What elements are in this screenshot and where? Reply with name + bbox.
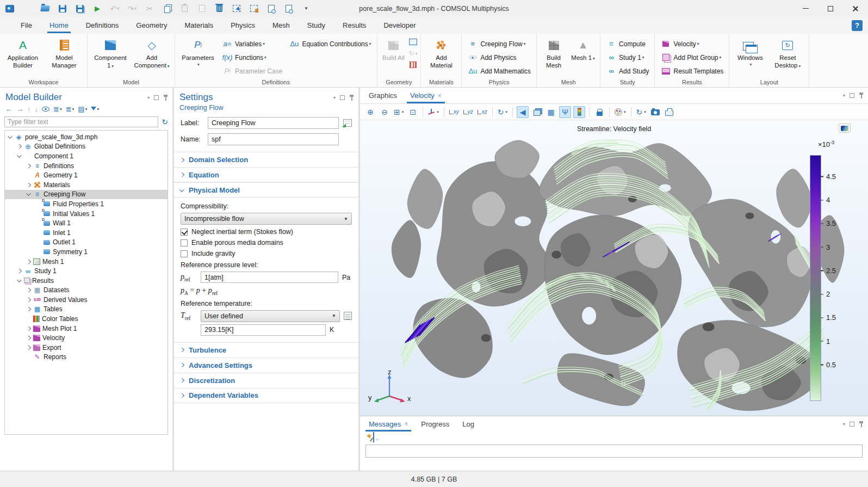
tree-filter-input[interactable]	[4, 116, 158, 127]
section-domain-selection[interactable]: Domain Selection	[174, 152, 358, 167]
collapse-all-button[interactable]: ≣▾	[53, 105, 62, 113]
tree-item-outlet-1[interactable]: Outlet 1	[5, 238, 168, 248]
float-panel-icon[interactable]	[154, 95, 159, 100]
windows-button[interactable]: Windows ▾	[733, 36, 767, 78]
add-study-button[interactable]: ∞ Add Study	[604, 64, 651, 78]
graphics-tab-velocity[interactable]: Velocity×	[404, 88, 448, 103]
maximize-button[interactable]	[818, 0, 843, 17]
zoom-out-button[interactable]: ⊖	[379, 106, 390, 118]
compressibility-select[interactable]: Incompressible flow ▼	[181, 213, 352, 225]
close-tab-icon[interactable]: ×	[438, 92, 442, 100]
grid-button[interactable]: ▦	[545, 106, 557, 118]
expand-all-button[interactable]: ≣▾	[66, 105, 75, 113]
expander-icon[interactable]	[16, 143, 23, 150]
menu-tab-file[interactable]: File	[12, 17, 41, 34]
new-file-button[interactable]	[21, 3, 35, 15]
tree-item-color-tables[interactable]: Color Tables	[5, 314, 168, 324]
plot-thumbnail-button[interactable]	[839, 124, 851, 133]
pin-panel-icon[interactable]	[349, 95, 354, 101]
add-physics-button[interactable]: Add Physics	[465, 51, 533, 64]
close-button[interactable]	[843, 0, 868, 17]
tree-item-symmetry-1[interactable]: Symmetry 1	[5, 247, 168, 257]
color-palette-button[interactable]: ▾	[613, 106, 627, 118]
graphics-canvas[interactable]: Streamline: Velocity field 4.543.532.521…	[360, 120, 868, 416]
tree-item-results[interactable]: Results	[5, 276, 168, 286]
menu-tab-physics[interactable]: Physics	[222, 17, 264, 34]
color-legend-button[interactable]	[573, 106, 585, 118]
reference-temperature-select[interactable]: User defined ▼	[201, 310, 340, 322]
expander-icon[interactable]	[26, 325, 32, 332]
tree-item-derived-values[interactable]: 8.85Derived Values	[5, 295, 168, 305]
tree-item-export[interactable]: Export	[5, 343, 168, 353]
view-yz-button[interactable]: yz	[462, 106, 474, 118]
tree-item-mesh-plot-1[interactable]: Mesh Plot 1	[5, 324, 168, 334]
view-xy-button[interactable]: xy	[448, 106, 460, 118]
filter-button[interactable]: ▾	[91, 105, 99, 113]
tree-item-wall-1[interactable]: Wall 1	[5, 218, 168, 228]
refresh-icon[interactable]: ↻	[162, 118, 168, 126]
panel-menu-icon[interactable]: ▾	[333, 95, 336, 100]
open-file-button[interactable]	[38, 3, 52, 15]
panel-menu-icon[interactable]: ▾	[843, 93, 845, 98]
tree-item-global-definitions[interactable]: ⊕Global Definitions	[5, 142, 168, 152]
snapshot-button[interactable]	[649, 106, 661, 118]
zoom-extents-button[interactable]: ⊡	[407, 106, 419, 118]
expander-icon[interactable]	[26, 297, 32, 303]
expander-icon[interactable]	[16, 268, 23, 274]
add-mathematics-button[interactable]: Δu Add Mathematics	[465, 64, 533, 78]
expander-icon[interactable]	[26, 163, 32, 169]
functions-button[interactable]: f(x) Functions ▾	[220, 51, 284, 64]
menu-tab-mesh[interactable]: Mesh	[264, 17, 299, 34]
equation-contributions-button[interactable]: Δu Equation Contributions ▾	[287, 37, 373, 51]
mesh-1-button[interactable]: ▲ Mesh 1▾	[569, 36, 597, 78]
scene-light-button[interactable]: ◀	[517, 106, 529, 118]
show-options-button[interactable]	[42, 107, 49, 112]
messages-output-field[interactable]	[365, 445, 863, 458]
temperature-input[interactable]	[201, 324, 326, 336]
back-button[interactable]: ←	[5, 105, 13, 113]
print-button[interactable]	[664, 106, 675, 118]
pin-panel-icon[interactable]	[859, 93, 864, 98]
parameters-button[interactable]: Pi Parameters ▾	[178, 36, 218, 78]
minimize-button[interactable]	[793, 0, 818, 17]
close-tab-icon[interactable]: ×	[404, 420, 408, 428]
graphics-tab-graphics[interactable]: Graphics	[362, 88, 404, 103]
tree-item-mesh-1[interactable]: Mesh 1	[5, 257, 168, 267]
tree-item-definitions[interactable]: ≡Definitions	[5, 161, 168, 171]
tree-item-tables[interactable]: ▦Tables	[5, 305, 168, 315]
checkbox-include-gravity[interactable]: Include gravity	[181, 250, 352, 257]
menu-tab-study[interactable]: Study	[299, 17, 334, 34]
run-button[interactable]: ▶	[90, 3, 104, 15]
panel-menu-icon[interactable]: ▾	[843, 422, 845, 427]
add-component-button[interactable]: ◇ Add Component▾	[132, 36, 171, 78]
move-down-button[interactable]: ↓	[35, 105, 39, 113]
rename-button[interactable]	[343, 119, 352, 127]
build-mesh-button[interactable]: Build Mesh	[540, 36, 567, 78]
expander-icon[interactable]	[7, 134, 14, 140]
menu-tab-geometry[interactable]: Geometry	[127, 17, 176, 34]
reference-pressure-input[interactable]	[201, 272, 338, 283]
tree-item-initial-values-1[interactable]: Initial Values 1	[5, 209, 168, 219]
find-button[interactable]	[282, 3, 296, 15]
component-1-button[interactable]: Component 1▾	[91, 36, 130, 78]
checkbox-enable-porous-media-domains[interactable]: Enable porous media domains	[181, 239, 352, 246]
label-input[interactable]	[208, 117, 339, 129]
lock-camera-button[interactable]	[593, 106, 605, 118]
menu-tab-materials[interactable]: Materials	[176, 17, 222, 34]
tree-item-datasets[interactable]: ▦Datasets	[5, 286, 168, 295]
orientation-axes-button[interactable]: Ψ	[559, 106, 571, 118]
expander-icon[interactable]	[26, 335, 32, 341]
information-tab-log[interactable]: Log	[456, 416, 481, 431]
menu-tab-results[interactable]: Results	[334, 17, 375, 34]
panel-menu-icon[interactable]: ▾	[147, 95, 150, 100]
zoom-in-button[interactable]: ⊕	[364, 106, 376, 118]
float-panel-icon[interactable]	[850, 422, 854, 427]
menu-tab-home[interactable]: Home	[41, 17, 77, 34]
section-advanced-settings[interactable]: Advanced Settings	[174, 357, 358, 373]
expander-icon[interactable]	[16, 278, 23, 284]
result-templates-button[interactable]: Result Templates	[658, 64, 726, 78]
information-tab-progress[interactable]: Progress	[414, 416, 456, 431]
velocity-plot-button[interactable]: Velocity ▾	[658, 37, 726, 51]
variables-button[interactable]: a= Variables ▾	[220, 37, 284, 51]
temperature-list-button[interactable]	[344, 312, 352, 320]
